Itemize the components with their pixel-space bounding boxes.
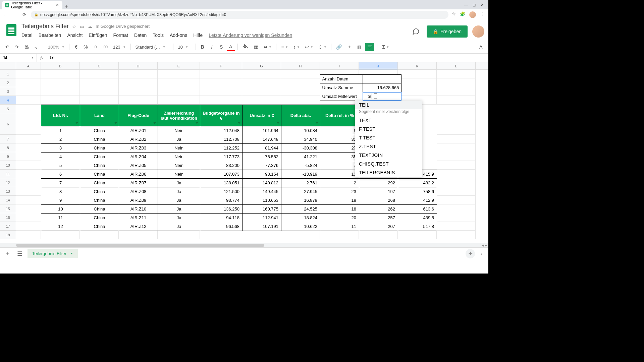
cell[interactable] bbox=[16, 231, 41, 239]
cell[interactable] bbox=[158, 70, 200, 78]
formula-input[interactable]: =te bbox=[47, 55, 54, 60]
table-cell[interactable]: 9 bbox=[41, 196, 80, 205]
table-cell[interactable]: 20 bbox=[320, 214, 359, 222]
autocomplete-item-ztest[interactable]: Z.TEST bbox=[355, 142, 422, 151]
cell[interactable] bbox=[158, 231, 200, 239]
table-cell[interactable]: 107.191 bbox=[243, 222, 281, 231]
table-cell[interactable]: Nein bbox=[158, 161, 200, 170]
cell[interactable] bbox=[16, 204, 41, 213]
collapse-toolbar-button[interactable]: ᐱ bbox=[477, 43, 485, 51]
cell[interactable] bbox=[16, 113, 41, 135]
strikethrough-button[interactable]: S bbox=[217, 43, 225, 51]
table-cell[interactable]: AIR.Z10 bbox=[119, 205, 158, 214]
table-cell[interactable]: 613,6 bbox=[398, 205, 437, 214]
sheet-tab-menu-icon[interactable]: ▼ bbox=[70, 252, 73, 255]
cell[interactable] bbox=[119, 78, 158, 87]
table-cell[interactable]: 138.051 bbox=[200, 179, 243, 187]
menu-format[interactable]: Format bbox=[113, 33, 128, 38]
cell[interactable] bbox=[16, 70, 41, 78]
new-tab-button[interactable]: + bbox=[62, 3, 70, 9]
table-cell[interactable]: China bbox=[80, 214, 119, 222]
row-header[interactable]: 7 bbox=[0, 135, 16, 143]
menu-tools[interactable]: Tools bbox=[153, 33, 164, 38]
paint-format-button[interactable]: ⌍ bbox=[32, 43, 40, 51]
document-title[interactable]: Teilergebnis Filter bbox=[21, 23, 69, 30]
cell[interactable] bbox=[16, 135, 41, 143]
move-icon[interactable]: ▭ bbox=[80, 24, 84, 29]
table-cell[interactable]: 23 bbox=[320, 187, 359, 196]
table-cell[interactable]: AIR.Z12 bbox=[119, 222, 158, 231]
last-edit-link[interactable]: Letzte Änderung vor wenigen Sekunden bbox=[209, 33, 292, 38]
table-cell[interactable]: 292 bbox=[359, 179, 398, 187]
autocomplete-item-ftest[interactable]: F.TEST bbox=[355, 125, 422, 133]
row-header[interactable]: 4 bbox=[0, 96, 16, 105]
cell[interactable] bbox=[16, 196, 41, 204]
table-cell[interactable]: 1 bbox=[41, 126, 80, 135]
col-header-e[interactable]: E bbox=[158, 62, 200, 69]
cell[interactable] bbox=[200, 96, 242, 105]
col-header-d[interactable]: D bbox=[119, 62, 158, 69]
summary-label-summe[interactable]: Umsatz Summe bbox=[320, 83, 363, 92]
table-cell[interactable]: 77.376 bbox=[243, 161, 281, 170]
col-header-h[interactable]: H bbox=[281, 62, 320, 69]
cell[interactable] bbox=[41, 87, 80, 96]
table-cell[interactable]: 9 bbox=[320, 126, 359, 135]
th-lfdnr[interactable]: Lfd. Nr. bbox=[41, 105, 80, 126]
col-header-f[interactable]: F bbox=[200, 62, 242, 69]
table-cell[interactable]: 93.154 bbox=[243, 170, 281, 179]
col-header-b[interactable]: B bbox=[41, 62, 80, 69]
th-deltarel[interactable]: Delta rel. in % bbox=[320, 105, 359, 126]
filter-icon[interactable] bbox=[195, 122, 199, 124]
table-cell[interactable]: 3 bbox=[41, 144, 80, 153]
side-panel-toggle[interactable]: ‹ bbox=[478, 251, 485, 256]
table-cell[interactable]: AIR.Z07 bbox=[119, 179, 158, 187]
font-size-select[interactable]: 10▼ bbox=[176, 43, 193, 51]
row-header[interactable]: 15 bbox=[0, 204, 16, 213]
cell[interactable] bbox=[16, 178, 41, 187]
row-header[interactable]: 13 bbox=[0, 187, 16, 196]
table-cell[interactable]: 112.048 bbox=[200, 126, 243, 135]
chart-button[interactable]: ▥ bbox=[355, 43, 364, 51]
th-umsatz[interactable]: Umsatz in € bbox=[243, 105, 281, 126]
minimize-button[interactable]: — bbox=[464, 3, 468, 7]
table-cell[interactable]: AIR.Z03 bbox=[119, 144, 158, 153]
table-cell[interactable]: 112.941 bbox=[243, 214, 281, 222]
table-cell[interactable]: 27.945 bbox=[281, 187, 320, 196]
summary-value-anzahl[interactable] bbox=[363, 74, 401, 83]
font-select[interactable]: Standard (…▼ bbox=[133, 43, 170, 51]
table-cell[interactable]: 16.879 bbox=[281, 196, 320, 205]
merge-button[interactable]: ⬌▼ bbox=[262, 43, 274, 51]
table-cell[interactable]: 517,8 bbox=[398, 222, 437, 231]
autocomplete-item-textjoin[interactable]: TEXTJOIN bbox=[355, 151, 422, 160]
th-budget[interactable]: Budgetvorgabe in € bbox=[200, 105, 243, 126]
filter-icon[interactable] bbox=[237, 122, 241, 124]
table-cell[interactable]: 24.525 bbox=[281, 205, 320, 214]
undo-button[interactable]: ↶ bbox=[3, 43, 11, 51]
table-cell[interactable]: 96.568 bbox=[200, 222, 243, 231]
cell[interactable] bbox=[242, 96, 281, 105]
filter-icon[interactable] bbox=[114, 122, 117, 124]
cell[interactable] bbox=[158, 87, 200, 96]
comment-button[interactable]: ＋ bbox=[345, 43, 354, 51]
table-cell[interactable]: 6 bbox=[41, 170, 80, 179]
table-cell[interactable]: 31 bbox=[320, 135, 359, 144]
table-cell[interactable]: AIR.Z09 bbox=[119, 196, 158, 205]
table-cell[interactable]: 11 bbox=[320, 222, 359, 231]
row-header[interactable]: 5 bbox=[0, 105, 16, 113]
cell[interactable] bbox=[242, 78, 281, 87]
cell[interactable] bbox=[281, 78, 320, 87]
cell[interactable] bbox=[200, 87, 242, 96]
table-cell[interactable]: Nein bbox=[158, 126, 200, 135]
table-cell[interactable]: 268 bbox=[359, 196, 398, 205]
table-cell[interactable]: 7 bbox=[41, 179, 80, 187]
row-header[interactable]: 3 bbox=[0, 87, 16, 96]
bold-button[interactable]: B bbox=[199, 43, 207, 51]
sheet-tab-active[interactable]: Teilergebnis Filter ▼ bbox=[28, 249, 78, 258]
table-cell[interactable]: 112.708 bbox=[200, 135, 243, 144]
row-header[interactable]: 14 bbox=[0, 196, 16, 204]
table-cell[interactable]: 18 bbox=[320, 205, 359, 214]
table-cell[interactable]: Nein bbox=[158, 153, 200, 161]
cell[interactable] bbox=[242, 87, 281, 96]
row-header[interactable]: 1 bbox=[0, 70, 16, 78]
cell[interactable] bbox=[437, 135, 476, 143]
